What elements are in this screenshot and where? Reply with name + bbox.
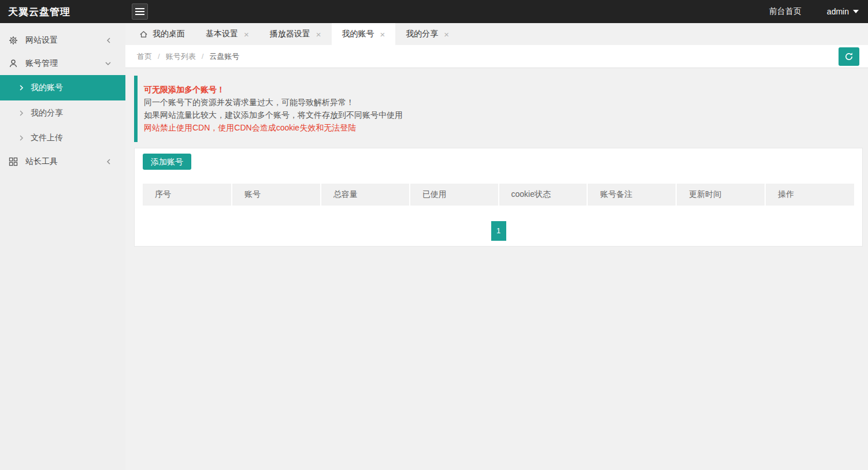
table-header-row: 序号 账号 总容量 已使用 cookie状态 账号备注 更新时间 操作 (143, 184, 854, 206)
column-header-account: 账号 (232, 184, 321, 206)
chevron-right-icon (19, 135, 24, 141)
tab-my-shares[interactable]: 我的分享 × (395, 23, 459, 45)
sidebar-item-file-upload[interactable]: 文件上传 (0, 125, 125, 150)
top-header: 天翼云盘管理 前台首页 admin (0, 0, 868, 23)
column-header-cookie-status: cookie状态 (499, 184, 588, 206)
pagination: 1 (143, 221, 854, 241)
app-title: 天翼云盘管理 (0, 5, 125, 18)
chevron-left-icon (106, 37, 112, 44)
username: admin (827, 7, 849, 16)
empty-table-body (143, 206, 854, 221)
tab-player-settings[interactable]: 播放器设置 × (259, 23, 332, 45)
accounts-table: 序号 账号 总容量 已使用 cookie状态 账号备注 更新时间 操作 (143, 184, 854, 206)
column-header-used: 已使用 (410, 184, 499, 206)
notice-line: 可无限添加多个账号！ (144, 83, 854, 96)
sidebar-item-label: 我的分享 (31, 108, 63, 118)
breadcrumb-separator: / (202, 52, 204, 61)
refresh-icon (844, 52, 854, 61)
column-header-update-time: 更新时间 (676, 184, 765, 206)
sidebar-item-label: 网站设置 (25, 35, 58, 46)
chevron-down-icon (105, 61, 112, 66)
user-icon (9, 59, 18, 68)
column-header-total-capacity: 总容量 (321, 184, 410, 206)
tab-label: 播放器设置 (270, 29, 310, 39)
sidebar-item-account-management[interactable]: 账号管理 (0, 52, 125, 75)
tab-label: 我的账号 (342, 29, 374, 39)
add-account-button[interactable]: 添加账号 (143, 154, 191, 170)
sidebar-item-my-accounts[interactable]: 我的账号 (0, 75, 125, 100)
breadcrumb-home[interactable]: 首页 (137, 51, 152, 62)
page-content: 可无限添加多个账号！ 同一个账号下的资源并发请求量过大，可能导致解析异常！ 如果… (125, 68, 868, 247)
grid-icon (9, 157, 18, 166)
breadcrumb: 首页 / 账号列表 / 云盘账号 (125, 45, 868, 68)
tab-my-accounts[interactable]: 我的账号 × (332, 23, 396, 45)
notice-line: 如果网站流量比较大，建议添加多个账号，将文件存放到不同账号中使用 (144, 109, 854, 121)
sidebar-item-site-settings[interactable]: 网站设置 (0, 29, 125, 52)
page-number-button[interactable]: 1 (491, 221, 506, 241)
notice-block: 可无限添加多个账号！ 同一个账号下的资源并发请求量过大，可能导致解析异常！ 如果… (134, 76, 863, 142)
sidebar-item-label: 文件上传 (31, 133, 63, 143)
sidebar-item-label: 账号管理 (25, 58, 58, 69)
close-icon[interactable]: × (444, 30, 449, 39)
accounts-card: 添加账号 序号 账号 总容量 已使用 cookie状态 账号备注 更新时间 操作 (134, 148, 863, 247)
column-header-actions: 操作 (765, 184, 854, 206)
breadcrumb-current: 云盘账号 (209, 51, 239, 62)
chevron-right-icon (19, 84, 24, 91)
breadcrumb-separator: / (158, 52, 160, 61)
close-icon[interactable]: × (316, 30, 321, 39)
sidebar: 网站设置 账号管理 我的账号 我的分享 文件上传 (0, 23, 125, 470)
sidebar-item-my-shares[interactable]: 我的分享 (0, 100, 125, 125)
chevron-right-icon (19, 110, 24, 117)
sidebar-toggle-button[interactable] (132, 3, 148, 20)
tab-label: 我的桌面 (153, 29, 185, 39)
tab-my-desktop[interactable]: 我的桌面 (129, 23, 195, 45)
breadcrumb-account-list[interactable]: 账号列表 (166, 51, 196, 62)
tab-basic-settings[interactable]: 基本设置 × (195, 23, 259, 45)
main-area: 我的桌面 基本设置 × 播放器设置 × 我的账号 × 我的分享 × 首页 / 账… (125, 23, 868, 470)
user-menu[interactable]: admin (827, 7, 859, 16)
sidebar-item-webmaster-tools[interactable]: 站长工具 (0, 150, 125, 173)
home-icon (139, 30, 148, 39)
frontend-home-link[interactable]: 前台首页 (769, 6, 802, 17)
tab-bar: 我的桌面 基本设置 × 播放器设置 × 我的账号 × 我的分享 × (125, 23, 868, 45)
sidebar-item-label: 站长工具 (25, 156, 58, 167)
close-icon[interactable]: × (380, 30, 385, 39)
column-header-account-remark: 账号备注 (587, 184, 676, 206)
notice-line: 网站禁止使用CDN，使用CDN会造成cookie失效和无法登陆 (144, 121, 854, 134)
gear-icon (9, 36, 18, 45)
notice-line: 同一个账号下的资源并发请求量过大，可能导致解析异常！ (144, 96, 854, 109)
tab-label: 基本设置 (206, 29, 238, 39)
hamburger-icon (135, 8, 144, 16)
refresh-button[interactable] (839, 47, 859, 66)
close-icon[interactable]: × (244, 30, 249, 39)
tab-label: 我的分享 (406, 29, 438, 39)
chevron-left-icon (106, 158, 112, 165)
caret-down-icon (853, 10, 859, 13)
sidebar-item-label: 我的账号 (31, 83, 63, 93)
column-header-index: 序号 (143, 184, 232, 206)
